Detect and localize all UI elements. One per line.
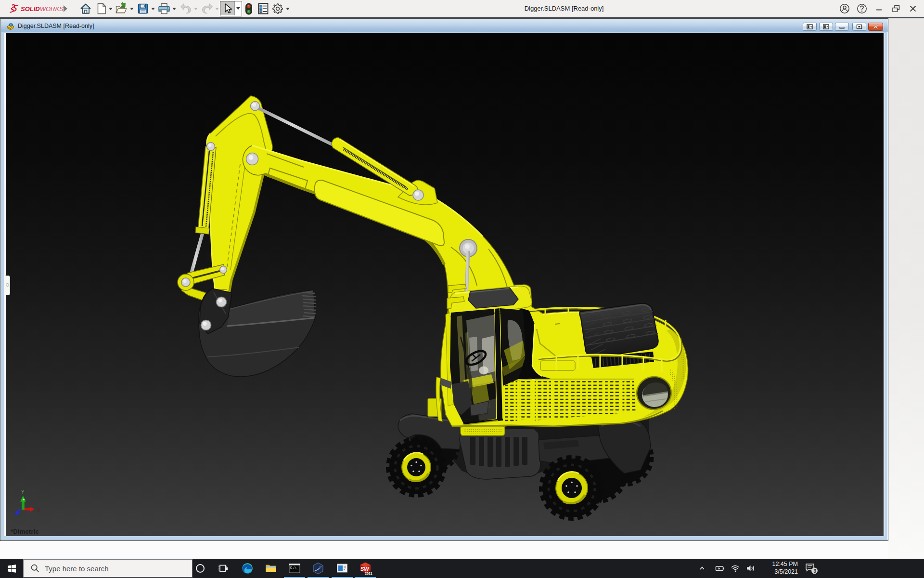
start-button[interactable] xyxy=(0,559,23,578)
front-right-wheel xyxy=(541,458,602,518)
collapse-right-pane-icon xyxy=(823,24,829,29)
svg-text:SW: SW xyxy=(360,566,370,572)
battery-icon xyxy=(714,564,725,573)
hexagon-platform-icon xyxy=(312,562,324,575)
bucket xyxy=(198,289,316,377)
select-dropdown-icon[interactable] xyxy=(236,7,240,10)
svg-text:Y: Y xyxy=(21,489,25,495)
doc-restore-icon xyxy=(856,24,862,29)
doc-collapse-left-button[interactable] xyxy=(803,23,817,31)
select-tool-button[interactable] xyxy=(220,1,242,16)
help-button[interactable] xyxy=(855,0,869,17)
undo-dropdown-icon[interactable] xyxy=(194,8,198,10)
gear-icon xyxy=(271,2,284,15)
save-icon xyxy=(137,2,149,15)
edge-button[interactable] xyxy=(240,561,255,576)
print-icon xyxy=(158,2,170,15)
terminal-button[interactable]: C:\_ xyxy=(287,561,302,576)
solidworks-app-button[interactable]: SW 2021 xyxy=(358,561,373,576)
new-document-icon xyxy=(95,2,108,15)
settings-dropdown-icon[interactable] xyxy=(286,8,290,10)
minimize-icon xyxy=(874,3,885,14)
clock-date: 3/5/2021 xyxy=(758,568,798,576)
undo-button[interactable] xyxy=(180,2,192,15)
redo-dropdown-icon[interactable] xyxy=(215,8,219,10)
restore-button[interactable] xyxy=(889,0,903,17)
clock-time: 12:45 PM xyxy=(758,561,798,568)
task-pane-list-icon xyxy=(257,2,269,15)
viewport-3d[interactable]: Y X *Dimetric xyxy=(4,33,885,536)
feature-pane-collapse-tab[interactable] xyxy=(5,276,10,295)
account-button[interactable] xyxy=(837,0,852,17)
search-input[interactable] xyxy=(45,565,180,573)
document-titlebar[interactable]: Digger.SLDASM [Read-only] xyxy=(1,19,888,32)
cortana-button[interactable] xyxy=(192,561,208,576)
home-icon xyxy=(79,2,92,15)
taskbar-clock[interactable]: 12:45 PM 3/5/2021 xyxy=(758,561,798,576)
doc-collapse-right-button[interactable] xyxy=(819,23,833,31)
traffic-light-icon xyxy=(244,2,253,15)
account-icon xyxy=(839,3,850,14)
action-center-button[interactable]: 3 xyxy=(805,563,819,577)
open-button[interactable] xyxy=(115,2,128,15)
doc-restore-button[interactable] xyxy=(852,23,866,31)
redo-button[interactable] xyxy=(201,2,213,15)
search-icon xyxy=(30,564,40,573)
document-title: Digger.SLDASM [Read-only] xyxy=(18,23,94,29)
chevron-up-icon xyxy=(698,564,706,573)
print-button[interactable] xyxy=(158,2,170,15)
svg-text:3: 3 xyxy=(813,568,816,574)
mdi-bottom-area xyxy=(0,541,888,559)
desktop-app-button[interactable] xyxy=(334,561,350,576)
orientation-triad: Y X xyxy=(15,489,41,515)
svg-text:X: X xyxy=(37,507,40,512)
view-orientation-label: *Dimetric xyxy=(11,528,39,535)
wifi-icon xyxy=(731,564,740,573)
print-dropdown-icon[interactable] xyxy=(172,8,176,10)
home-button[interactable] xyxy=(79,2,92,15)
open-icon xyxy=(115,2,128,15)
collapse-left-pane-icon xyxy=(807,24,813,29)
interference-detection-button[interactable] xyxy=(244,2,253,15)
brand-text: SOLIDWORKS xyxy=(21,5,64,13)
solidworks-logo: SOLIDWORKS xyxy=(7,2,64,15)
assembly-document-icon xyxy=(6,22,15,30)
doc-minimize-button[interactable] xyxy=(835,23,849,31)
taskbar: C:\_ SW 2021 xyxy=(0,559,924,578)
save-dropdown-icon[interactable] xyxy=(151,8,155,10)
doc-close-icon xyxy=(873,24,879,29)
file-explorer-button[interactable] xyxy=(263,561,279,576)
settings-button[interactable] xyxy=(271,2,284,15)
task-view-button[interactable] xyxy=(215,561,231,576)
minimize-button[interactable] xyxy=(872,0,886,17)
tray-wifi-button[interactable] xyxy=(731,564,740,575)
tray-battery-button[interactable] xyxy=(714,564,725,575)
file-explorer-icon xyxy=(265,562,277,575)
desktop-app-icon xyxy=(336,562,348,575)
cursor-icon xyxy=(222,3,233,14)
window-title: Digger.SLDASM [Read-only] xyxy=(505,5,623,12)
cortana-icon xyxy=(195,563,205,574)
close-button[interactable] xyxy=(906,0,920,17)
save-button[interactable] xyxy=(137,2,149,15)
options-list-button[interactable] xyxy=(257,2,269,15)
redo-icon xyxy=(201,2,213,15)
action-center-icon: 3 xyxy=(805,563,819,575)
dassault-systemes-mark-icon xyxy=(7,3,19,14)
windows-logo-icon xyxy=(7,564,16,573)
document-window: Digger.SLDASM [Read-only] xyxy=(0,18,888,541)
new-document-dropdown-icon[interactable] xyxy=(109,8,113,10)
app-titlebar: SOLIDWORKS xyxy=(0,0,924,17)
close-icon xyxy=(908,3,918,14)
task-view-icon xyxy=(218,563,228,574)
tray-chevron-button[interactable] xyxy=(698,564,706,575)
restore-icon xyxy=(891,3,901,14)
svg-text:2021: 2021 xyxy=(365,572,372,575)
open-dropdown-icon[interactable] xyxy=(130,8,134,10)
tray-volume-button[interactable] xyxy=(745,564,756,575)
dassault-platform-button[interactable] xyxy=(310,561,326,576)
doc-close-button[interactable] xyxy=(868,23,883,31)
new-document-button[interactable] xyxy=(95,2,108,15)
expand-menu-arrow-icon[interactable] xyxy=(64,5,67,12)
taskbar-search[interactable] xyxy=(23,559,192,578)
